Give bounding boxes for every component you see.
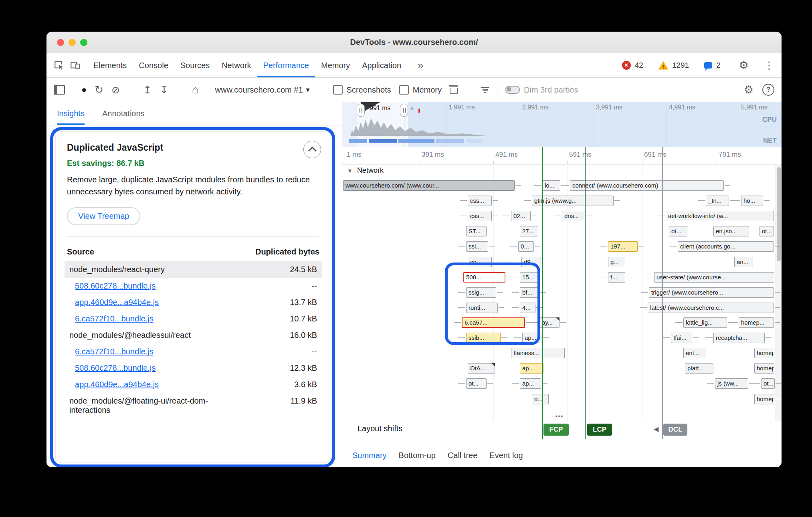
network-request[interactable]: 4... xyxy=(520,303,535,313)
network-request[interactable]: bf... xyxy=(520,287,539,298)
tab-application[interactable]: Application xyxy=(356,53,407,77)
network-request[interactable]: recaptcha... xyxy=(713,333,765,343)
source-link[interactable]: 508.60c278...bundle.js xyxy=(75,281,156,291)
kebab-menu-icon[interactable]: ⋮ xyxy=(764,60,774,71)
network-request[interactable]: runti... xyxy=(466,303,498,313)
device-toolbar-icon[interactable] xyxy=(70,60,80,71)
tab-network[interactable]: Network xyxy=(216,53,257,77)
source-link[interactable]: app.460d9e...a94b4e.js xyxy=(75,380,159,389)
tab-performance[interactable]: Performance xyxy=(257,53,315,77)
bottom-tab-event-log[interactable]: Event log xyxy=(483,442,529,467)
network-request[interactable]: ap... xyxy=(520,378,541,389)
network-request[interactable]: o... xyxy=(532,394,549,404)
network-request[interactable]: lottie_lig... xyxy=(683,317,727,328)
tab-console[interactable]: Console xyxy=(133,53,174,77)
network-request[interactable]: ho... xyxy=(741,196,763,206)
source-link[interactable]: 6.ca572f10...bundle.js xyxy=(75,347,154,356)
profile-history-dropdown[interactable]: www.coursehero.com #1 ▾ xyxy=(215,85,310,95)
sidebar-tab-insights[interactable]: Insights xyxy=(57,102,85,125)
network-request[interactable]: Ifai... xyxy=(671,333,692,343)
dim-third-parties-toggle[interactable] xyxy=(505,86,520,94)
network-request[interactable]: ot... xyxy=(669,226,687,236)
throttling-icon[interactable] xyxy=(481,87,489,93)
memory-checkbox[interactable] xyxy=(399,85,409,95)
help-icon[interactable]: ? xyxy=(762,84,774,96)
network-request[interactable]: ssi... xyxy=(466,241,488,252)
issues-icon[interactable] xyxy=(704,62,712,69)
bottom-tab-summary[interactable]: Summary xyxy=(346,442,393,467)
network-request[interactable]: homep... xyxy=(739,317,774,328)
network-request[interactable]: ap... xyxy=(520,363,543,374)
network-request[interactable]: dns... xyxy=(562,211,586,221)
network-request[interactable]: ent... xyxy=(683,348,706,358)
network-request[interactable]: latest/ (www.coursehero.c... xyxy=(648,303,774,313)
reload-and-record-icon[interactable]: ↻ xyxy=(95,85,103,95)
network-request[interactable]: connect/ (www.coursehero.com) xyxy=(570,180,724,191)
network-request[interactable]: homep... xyxy=(754,348,774,358)
network-request[interactable]: ssib... xyxy=(466,333,501,343)
warning-icon[interactable]: ! xyxy=(658,61,668,70)
network-request[interactable]: f... xyxy=(608,272,625,283)
network-request[interactable]: 197... xyxy=(608,241,638,252)
collapse-insight-button[interactable] xyxy=(303,141,321,158)
record-icon[interactable]: ● xyxy=(81,85,87,94)
error-icon[interactable]: × xyxy=(622,61,631,70)
network-request[interactable]: _In... xyxy=(706,196,729,206)
tab-memory[interactable]: Memory xyxy=(315,53,356,77)
load-profile-icon[interactable]: ↥ xyxy=(143,85,152,95)
network-request[interactable]: OtA... xyxy=(468,363,495,374)
garbage-collect-icon[interactable] xyxy=(450,85,458,94)
close-window-button[interactable] xyxy=(57,39,64,46)
tab-elements[interactable]: Elements xyxy=(87,53,133,77)
network-request[interactable]: Ifainess... xyxy=(511,348,565,358)
network-request[interactable]: ot... xyxy=(466,378,487,389)
network-request[interactable]: user-state/ (www.course... xyxy=(654,272,774,283)
network-request[interactable]: trigger/ (www.coursehero... xyxy=(649,287,774,298)
toggle-sidebar-icon[interactable] xyxy=(54,85,65,95)
network-request[interactable]: d9... xyxy=(521,257,541,267)
scrollbar-thumb[interactable] xyxy=(777,167,781,261)
network-request[interactable]: g... xyxy=(608,257,625,267)
network-request[interactable]: ot... xyxy=(761,378,775,389)
network-request[interactable]: co... xyxy=(468,257,492,267)
clear-icon[interactable]: ⊘ xyxy=(111,85,120,95)
network-request[interactable]: ap... xyxy=(522,333,542,343)
network-request[interactable]: 02... xyxy=(511,211,531,221)
panel-settings-gear-icon[interactable]: ⚙ xyxy=(744,85,753,95)
more-tabs-icon[interactable]: » xyxy=(418,59,423,72)
error-count[interactable]: 42 xyxy=(635,61,643,70)
source-link[interactable]: 508.60c278...bundle.js xyxy=(75,364,156,373)
network-request[interactable]: 15... xyxy=(520,272,539,283)
network-request[interactable]: ot... xyxy=(759,226,774,236)
bottom-tab-bottom-up[interactable]: Bottom-up xyxy=(393,442,442,467)
issues-count[interactable]: 2 xyxy=(716,61,721,70)
inspect-element-icon[interactable] xyxy=(54,60,64,71)
network-request[interactable]: css... xyxy=(468,211,492,221)
tab-sources[interactable]: Sources xyxy=(174,53,216,77)
network-request[interactable]: 27... xyxy=(520,226,538,236)
zoom-window-button[interactable] xyxy=(80,39,87,46)
network-request[interactable]: css... xyxy=(468,196,492,206)
warning-count[interactable]: 1291 xyxy=(672,61,689,70)
settings-gear-icon[interactable]: ⚙ xyxy=(739,60,749,71)
network-request[interactable]: en.jso... xyxy=(713,226,749,236)
network-request[interactable]: homep... xyxy=(754,363,774,374)
source-link[interactable]: 6.ca572f10...bundle.js xyxy=(75,314,154,323)
network-request[interactable]: aet-workflow-info/ (w... xyxy=(666,211,774,221)
network-request[interactable]: gtm.js (www.g... xyxy=(532,196,614,206)
view-treemap-button[interactable]: View Treemap xyxy=(67,207,140,225)
network-request[interactable]: lo... xyxy=(542,180,560,191)
network-request[interactable]: 6.ca57... xyxy=(462,317,525,328)
network-request[interactable]: 508... xyxy=(463,272,505,283)
network-request[interactable]: js (ww... xyxy=(715,378,748,389)
network-request[interactable]: client (accounts.go... xyxy=(678,241,774,252)
network-request[interactable]: 0... xyxy=(518,241,534,252)
network-request[interactable]: platf... xyxy=(685,363,713,374)
save-profile-icon[interactable]: ↧ xyxy=(160,85,169,95)
bottom-tab-call-tree[interactable]: Call tree xyxy=(442,442,483,467)
screenshots-checkbox[interactable] xyxy=(333,85,343,95)
network-request[interactable]: www.coursehero.com/ (www.cour... xyxy=(343,180,515,191)
home-icon[interactable]: ⌂ xyxy=(192,84,199,95)
network-request[interactable]: ssig... xyxy=(466,287,496,298)
sidebar-tab-annotations[interactable]: Annotations xyxy=(102,102,145,125)
